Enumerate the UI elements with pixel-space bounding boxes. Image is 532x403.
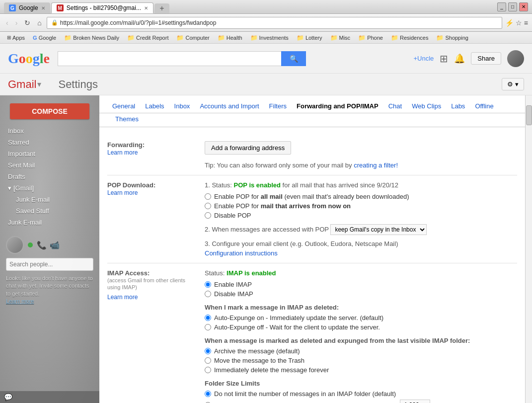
tab-labs[interactable]: Labs [446,99,470,113]
tab-web-clips[interactable]: Web Clips [407,99,446,113]
bookmark-shopping[interactable]: 📁 Shopping [433,34,471,42]
folder-icon: 📁 [176,34,184,41]
gmail-folder-label: [Gmail] [13,184,34,192]
tab-labels[interactable]: Labels [140,99,169,113]
gmail-settings-tab[interactable]: M Settings - bill27950@gmai... ✕ [51,2,153,13]
imap-archive-radio-input[interactable] [205,348,211,354]
tab-filters[interactable]: Filters [264,99,292,113]
tab-forwarding-pop-imap[interactable]: Forwarding and POP/IMAP [292,99,383,113]
sidebar-item-gmail-folder[interactable]: ▾ [Gmail] [0,182,99,194]
bookmark-health[interactable]: 📁 Health [215,34,245,42]
imap-auto-expunge-on-radio[interactable] [205,315,211,321]
maximize-button[interactable]: □ [508,2,517,11]
sidebar-item-junk-email[interactable]: Junk E-mail [0,217,99,228]
creating-filter-link[interactable]: creating a filter! [354,161,398,169]
forwarding-learn-more[interactable]: Learn more [107,149,138,156]
sidebar-item-saved-stuff[interactable]: Saved Stuff [0,205,99,217]
chat-phone-icon[interactable]: 📞 [37,241,47,250]
add-forwarding-button[interactable]: Add a forwarding address [205,141,291,155]
search-people-input[interactable] [6,258,93,271]
menu-icon[interactable]: ≡ [524,19,528,27]
back-button[interactable]: ‹ [4,18,10,28]
settings-gear-button[interactable]: ⚙ ▾ [502,78,524,90]
address-bar[interactable]: 🔒 https://mail.google.com/mail/u/0/?pli=… [47,17,502,29]
imap-trash-radio-input[interactable] [205,357,211,364]
bookmark-phone-label: Phone [367,35,383,41]
bottom-chat-icon[interactable]: 💬 [4,393,12,401]
forward-button[interactable]: › [13,18,20,28]
header-user-link[interactable]: +Uncle [413,55,434,62]
folder-limit-radio: Limit IMAP folders to contain no more th… [205,400,517,403]
pop-now-radio[interactable] [205,203,211,209]
sidebar-item-starred[interactable]: Starred [0,137,99,148]
bookmark-computer[interactable]: 📁 Computer [173,34,212,42]
header-avatar[interactable] [507,50,524,67]
bookmark-computer-label: Computer [185,35,209,41]
folder-icon: 📁 [218,34,225,41]
settings-gear-area: ⚙ ▾ [502,78,524,90]
bookmark-investments[interactable]: 📁 Investments [247,34,292,42]
new-tab-button[interactable]: + [154,3,169,13]
header-notifications-button[interactable]: 🔔 [454,53,465,64]
bookmark-lottery[interactable]: 📁 Lottery [294,34,325,42]
sidebar-item-junk-email-sub[interactable]: Junk E-mail [0,194,99,205]
gmail-title-area: Gmail ▾ Settings [8,78,98,91]
bookmark-misc[interactable]: 📁 Misc [327,34,354,42]
configuration-instructions-link[interactable]: Configuration instructions [205,249,278,257]
sidebar-item-sent-mail[interactable]: Sent Mail [0,160,99,171]
bookmark-broken-news[interactable]: 📁 Broken News Daily [61,34,122,42]
tab-themes[interactable]: Themes [107,113,144,127]
minimize-button[interactable]: _ [497,2,506,11]
close-button[interactable]: ✕ [519,2,528,11]
imap-disable-radio-input[interactable] [205,291,211,297]
sidebar-item-drafts[interactable]: Drafts [0,171,99,182]
chat-learn-more-link[interactable]: Learn more [6,298,34,304]
gmail-tab-close[interactable]: ✕ [144,5,148,11]
sidebar-item-inbox[interactable]: Inbox [0,125,99,137]
scrollbar-track[interactable] [525,95,532,403]
sidebar: COMPOSE Inbox Starred Important Sent Mai… [0,95,99,403]
bookmark-phone[interactable]: 📁 Phone [355,34,386,42]
home-button[interactable]: ⌂ [35,18,43,28]
google-tab-close[interactable]: ✕ [41,5,45,11]
imap-learn-more[interactable]: Learn more [107,294,138,301]
bookmark-google[interactable]: G Google [30,34,59,41]
tab-general[interactable]: General [107,99,140,113]
pop-learn-more[interactable]: Learn more [107,189,138,196]
imap-delete-forever-label: Immediately delete the message forever [214,366,329,374]
tab-accounts-import[interactable]: Accounts and Import [195,99,264,113]
google-search-input[interactable] [58,51,281,66]
imap-auto-expunge-off-radio[interactable] [205,324,211,330]
google-tab[interactable]: G Google ✕ [4,2,50,13]
imap-enabled-text: IMAP is enabled [227,269,276,277]
apps-item[interactable]: ⊞ Apps [4,34,28,41]
tab-offline[interactable]: Offline [470,99,498,113]
pop-all-radio[interactable] [205,193,211,200]
imap-disable-radio: Disable IMAP [205,290,517,298]
bookmark-star-icon[interactable]: ☆ [516,19,522,27]
gmail-dropdown-icon[interactable]: ▾ [37,80,41,89]
pop-radio-all-mail: Enable POP for all mail (even mail that'… [205,193,517,200]
tab-inbox[interactable]: Inbox [169,99,195,113]
compose-button[interactable]: COMPOSE [10,103,89,119]
tab-chat[interactable]: Chat [383,99,407,113]
nav-icons: ⚡ ☆ ≡ [505,19,528,27]
sidebar-item-important[interactable]: Important [0,148,99,160]
reload-button[interactable]: ↻ [22,18,32,28]
imap-delete-forever-radio-input[interactable] [205,367,211,373]
chat-video-icon[interactable]: 📹 [50,241,60,250]
google-search-button[interactable]: 🔍 [281,51,306,66]
main-container: COMPOSE Inbox Starred Important Sent Mai… [0,95,532,403]
chat-section: 📞 📹 Looks like you don't have anyone to … [0,232,99,310]
header-apps-button[interactable]: ⊞ [440,53,448,65]
header-share-button[interactable]: Share [471,52,501,65]
bookmark-credit-report[interactable]: 📁 Credit Report [124,34,171,42]
pop-disable-radio[interactable] [205,212,211,219]
imap-enable-radio-input[interactable] [205,281,211,288]
folder-limit-select[interactable]: 1,000 [400,400,430,403]
pop-action-select[interactable]: keep Gmail's copy in the Inbox [330,224,427,235]
bookmark-residences[interactable]: 📁 Residences [388,34,431,42]
extensions-icon[interactable]: ⚡ [505,19,514,27]
folder-no-limit-radio-input[interactable] [205,391,211,397]
scrollbar-thumb[interactable] [526,105,532,125]
